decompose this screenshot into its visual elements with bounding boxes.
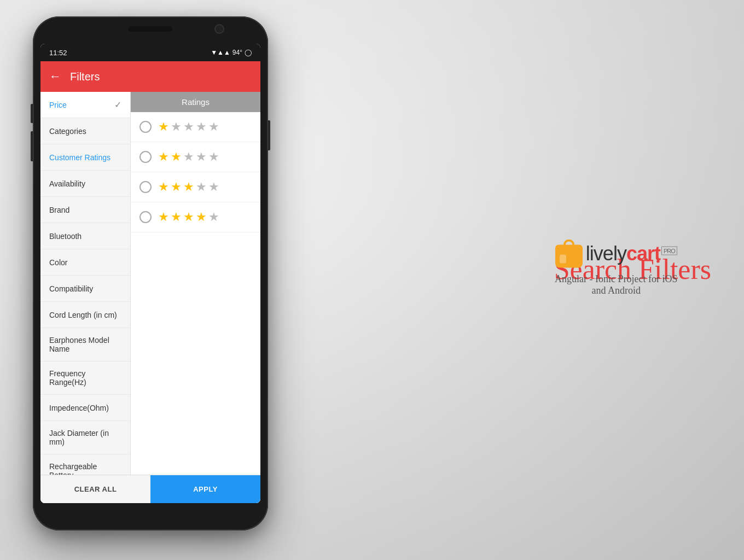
star-1-5: ★ — [208, 120, 219, 134]
star-2-1: ★ — [158, 150, 169, 164]
brand-pro-badge: PRO — [661, 247, 677, 255]
right-content-area: Search Filters livelycartPRO Angular - I… — [554, 253, 711, 307]
filter-label-frequency: Frequency Range(Hz) — [49, 369, 121, 387]
stars-4: ★ ★ ★ ★ ★ — [158, 210, 219, 224]
content-area: Price ✓ Categories Customer Ratings Avai… — [40, 92, 260, 475]
filter-item-compatibility[interactable]: Compatibility — [40, 276, 130, 302]
status-time: 11:52 — [49, 49, 67, 57]
volume-down-button — [31, 131, 33, 161]
ratings-header: Ratings — [131, 92, 260, 112]
filter-item-frequency[interactable]: Frequency Range(Hz) — [40, 361, 130, 395]
stars-2: ★ ★ ★ ★ ★ — [158, 150, 219, 164]
star-4-5: ★ — [208, 210, 219, 224]
filter-label-customer-ratings: Customer Ratings — [49, 153, 111, 162]
app-header: ← Filters — [40, 61, 260, 92]
brand-subtitle: Angular - Ionic Project for iOS and Andr… — [554, 273, 678, 296]
status-icons: ▼▲▲ 94° ◯ — [211, 49, 252, 56]
filter-label-price: Price — [49, 101, 67, 109]
rating-row-3[interactable]: ★ ★ ★ ★ ★ — [131, 172, 260, 202]
filter-item-availability[interactable]: Availability — [40, 171, 130, 197]
filter-item-jack-diameter[interactable]: Jack Diameter (in mm) — [40, 421, 130, 454]
filter-label-availability: Availability — [49, 179, 85, 188]
radio-3star[interactable] — [140, 181, 152, 193]
star-2-4: ★ — [196, 150, 207, 164]
bag-highlight — [560, 255, 566, 264]
stars-3: ★ ★ ★ ★ ★ — [158, 180, 219, 194]
signal-icon: ▼▲▲ — [211, 49, 230, 56]
star-3-5: ★ — [208, 180, 219, 194]
radio-4star[interactable] — [140, 211, 152, 223]
star-3-1: ★ — [158, 180, 169, 194]
ratings-panel: Ratings ★ ★ ★ ★ ★ — [131, 92, 260, 475]
filter-label-bluetooth: Bluetooth — [49, 232, 82, 241]
filter-item-color[interactable]: Color — [40, 249, 130, 276]
check-icon-price: ✓ — [114, 100, 121, 110]
ratings-title: Ratings — [182, 97, 210, 107]
phone-device: 11:52 ▼▲▲ 94° ◯ ← Filters Price ✓ — [33, 16, 268, 530]
filter-label-rechargeable: Rechargeable Battery — [49, 462, 121, 475]
star-2-5: ★ — [208, 150, 219, 164]
phone-speaker — [129, 26, 172, 32]
power-button — [268, 120, 270, 150]
star-3-3: ★ — [183, 180, 194, 194]
star-4-1: ★ — [158, 210, 169, 224]
filter-label-earphones-model: Earphones Model Name — [49, 336, 121, 353]
radio-2star[interactable] — [140, 151, 152, 163]
bag-body — [555, 245, 583, 268]
apply-button[interactable]: APPLY — [150, 475, 260, 503]
bag-icon — [555, 240, 583, 268]
rating-row-2[interactable]: ★ ★ ★ ★ ★ — [131, 142, 260, 172]
volume-up-button — [31, 104, 33, 123]
star-1-2: ★ — [171, 120, 182, 134]
filter-label-categories: Categories — [49, 127, 86, 136]
star-1-3: ★ — [183, 120, 194, 134]
star-1-1: ★ — [158, 120, 169, 134]
filter-label-color: Color — [49, 258, 67, 267]
star-3-2: ★ — [171, 180, 182, 194]
star-4-4: ★ — [196, 210, 207, 224]
filter-item-cord-length[interactable]: Cord Length (in cm) — [40, 302, 130, 328]
filter-label-brand: Brand — [49, 206, 69, 214]
filter-item-earphones-model[interactable]: Earphones Model Name — [40, 328, 130, 361]
bottom-bar: CLEAR ALL APPLY — [40, 475, 260, 503]
star-3-4: ★ — [196, 180, 207, 194]
radio-1star[interactable] — [140, 121, 152, 133]
brand-logo: livelycartPRO — [554, 240, 678, 268]
star-1-4: ★ — [196, 120, 207, 134]
phone-body: 11:52 ▼▲▲ 94° ◯ ← Filters Price ✓ — [33, 16, 268, 530]
filter-label-impedence: Impedence(Ohm) — [49, 404, 109, 412]
phone-screen: 11:52 ▼▲▲ 94° ◯ ← Filters Price ✓ — [40, 44, 260, 503]
star-4-3: ★ — [183, 210, 194, 224]
phone-camera — [214, 24, 224, 34]
filter-item-price[interactable]: Price ✓ — [40, 92, 130, 118]
filter-item-impedence[interactable]: Impedence(Ohm) — [40, 395, 130, 421]
back-button[interactable]: ← — [49, 69, 61, 84]
brand-cart: cart — [626, 242, 660, 265]
filter-item-rechargeable[interactable]: Rechargeable Battery — [40, 454, 130, 475]
filter-label-compatibility: Compatibility — [49, 284, 93, 293]
rating-row-4[interactable]: ★ ★ ★ ★ ★ — [131, 202, 260, 232]
filter-label-cord-length: Cord Length (in cm) — [49, 311, 117, 319]
filter-item-customer-ratings[interactable]: Customer Ratings — [40, 144, 130, 171]
filter-item-categories[interactable]: Categories — [40, 118, 130, 144]
filter-item-bluetooth[interactable]: Bluetooth — [40, 223, 130, 249]
filter-item-brand[interactable]: Brand — [40, 197, 130, 223]
rating-row-1[interactable]: ★ ★ ★ ★ ★ — [131, 112, 260, 142]
brand-name: livelycartPRO — [586, 242, 677, 265]
brand-section: livelycartPRO Angular - Ionic Project fo… — [554, 240, 678, 296]
star-4-2: ★ — [171, 210, 182, 224]
clear-all-button[interactable]: CLEAR ALL — [40, 475, 150, 503]
star-2-2: ★ — [171, 150, 182, 164]
battery-icon: ◯ — [245, 49, 252, 56]
stars-1: ★ ★ ★ ★ ★ — [158, 120, 219, 134]
star-2-3: ★ — [183, 150, 194, 164]
status-bar: 11:52 ▼▲▲ 94° ◯ — [40, 44, 260, 61]
brand-lively: lively — [586, 242, 626, 265]
header-title: Filters — [70, 71, 100, 83]
battery-level: 94° — [233, 49, 242, 56]
filter-category-list: Price ✓ Categories Customer Ratings Avai… — [40, 92, 131, 475]
filter-label-jack-diameter: Jack Diameter (in mm) — [49, 429, 121, 446]
